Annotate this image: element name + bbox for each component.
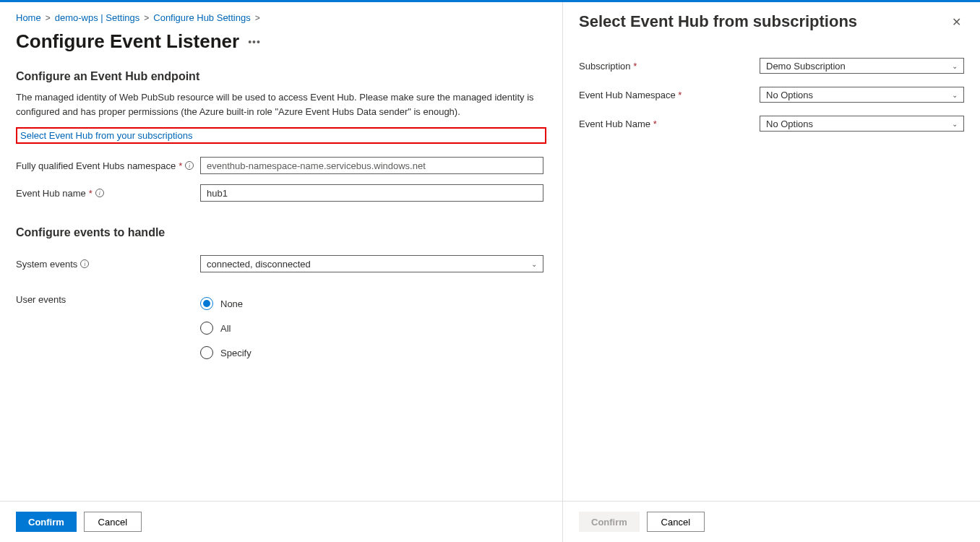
right-confirm-button: Confirm [579, 512, 640, 532]
right-footer: Confirm Cancel [563, 501, 980, 542]
close-icon[interactable]: ✕ [949, 12, 964, 32]
cancel-button[interactable]: Cancel [84, 512, 142, 532]
radio-none[interactable]: None [200, 297, 252, 310]
ehname-label: Event Hub Name * [579, 119, 760, 129]
ehnamespace-dropdown[interactable]: No Options ⌄ [760, 87, 964, 103]
namespace-input[interactable] [200, 157, 543, 174]
radio-icon [200, 346, 213, 359]
right-panel: Select Event Hub from subscriptions ✕ Su… [563, 2, 980, 501]
select-hub-link-highlight: Select Event Hub from your subscriptions [16, 127, 546, 144]
breadcrumb-item[interactable]: Configure Hub Settings [153, 12, 250, 23]
left-footer: Confirm Cancel [0, 501, 563, 542]
subscription-dropdown[interactable]: Demo Subscription ⌄ [760, 58, 964, 74]
chevron-right-icon: > [139, 13, 153, 23]
radio-all[interactable]: All [200, 322, 252, 335]
hubname-label: Event Hub name * i [16, 188, 200, 199]
chevron-down-icon: ⌄ [531, 260, 537, 268]
section-title-events: Configure events to handle [16, 226, 546, 239]
system-events-label: System events i [16, 259, 200, 270]
user-events-radio-group: None All Specify [200, 294, 252, 359]
chevron-down-icon: ⌄ [952, 91, 958, 99]
user-events-label: User events [16, 294, 200, 305]
right-panel-title: Select Event Hub from subscriptions [579, 12, 857, 31]
breadcrumb-item[interactable]: Home [16, 12, 41, 23]
breadcrumb: Home > demo-wps | Settings > Configure H… [16, 9, 546, 30]
more-icon[interactable]: ••• [248, 36, 261, 48]
ehname-dropdown[interactable]: No Options ⌄ [760, 116, 964, 132]
confirm-button[interactable]: Confirm [16, 512, 77, 532]
subscription-label: Subscription * [579, 61, 760, 72]
radio-icon [200, 297, 213, 310]
select-hub-link[interactable]: Select Event Hub from your subscriptions [20, 130, 192, 141]
chevron-right-icon: > [41, 13, 55, 23]
info-icon[interactable]: i [80, 259, 89, 268]
info-icon[interactable]: i [185, 161, 194, 170]
section-title-endpoint: Configure an Event Hub endpoint [16, 70, 546, 83]
namespace-label: Fully qualified Event Hubs namespace * i [16, 160, 200, 171]
section-description: The managed identity of Web PubSub resou… [16, 90, 536, 119]
system-events-dropdown[interactable]: connected, disconnected ⌄ [200, 255, 543, 272]
radio-specify[interactable]: Specify [200, 346, 252, 359]
info-icon[interactable]: i [95, 189, 104, 197]
ehnamespace-label: Event Hub Namespace * [579, 90, 760, 100]
chevron-right-icon: > [251, 13, 265, 23]
page-title: Configure Event Listener [16, 30, 239, 53]
chevron-down-icon: ⌄ [952, 120, 958, 128]
right-cancel-button[interactable]: Cancel [647, 512, 705, 532]
radio-icon [200, 322, 213, 335]
hubname-input[interactable] [200, 184, 543, 202]
breadcrumb-item[interactable]: demo-wps | Settings [55, 12, 140, 23]
left-panel: Home > demo-wps | Settings > Configure H… [0, 2, 563, 501]
chevron-down-icon: ⌄ [952, 62, 958, 70]
